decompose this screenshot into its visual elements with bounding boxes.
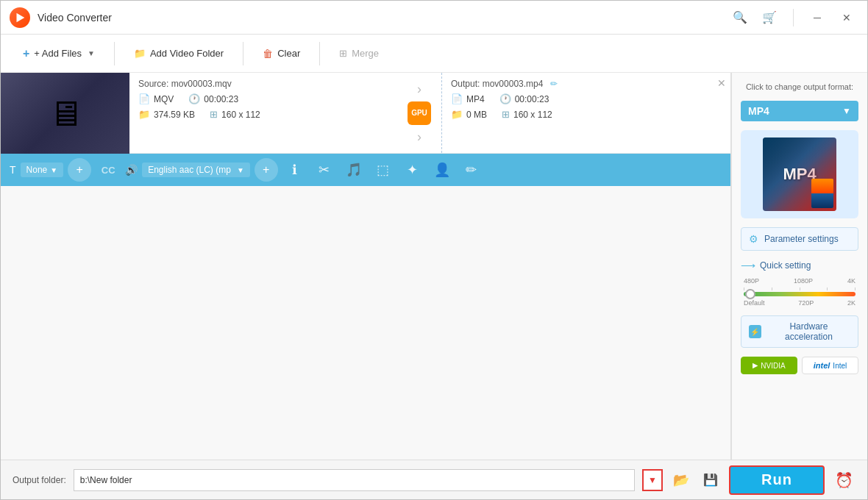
- hardware-acceleration-button[interactable]: ⚡ Hardware acceleration: [741, 315, 858, 348]
- convert-arrows: › GPU ›: [397, 73, 441, 153]
- open-folder-button[interactable]: 📂: [670, 469, 692, 491]
- nvidia-label: NVIDIA: [761, 362, 785, 370]
- toolbar-sep-2: [243, 42, 243, 65]
- monitor-icon: 🖥: [48, 93, 83, 134]
- add-video-folder-button[interactable]: 📁 Add Video Folder: [124, 43, 234, 63]
- quality-slider-track[interactable]: [744, 292, 855, 296]
- cart-button[interactable]: 🛒: [758, 6, 781, 29]
- label-default: Default: [744, 299, 765, 307]
- output-format: MP4: [466, 94, 485, 104]
- resolution-icon: ⊞: [210, 109, 218, 120]
- clear-button[interactable]: 🗑 Clear: [252, 43, 310, 64]
- arrow-right-2: ›: [417, 129, 421, 145]
- file-thumbnail: 🖥: [1, 73, 129, 154]
- output-folder-icon: 📁: [451, 109, 463, 120]
- output-clock-icon: 🕐: [499, 93, 511, 104]
- watermark-button[interactable]: 👤: [430, 157, 455, 182]
- output-dropdown-button[interactable]: ▼: [642, 469, 663, 491]
- subtitle-value: None: [26, 165, 48, 175]
- action-bar: T None ▼ + CC 🔊 English aac (LC) (mp ▼ +…: [1, 154, 730, 186]
- source-duration: 00:00:23: [204, 94, 238, 104]
- svg-marker-0: [17, 12, 25, 22]
- quick-setting-text: Quick setting: [760, 260, 811, 271]
- search-button[interactable]: 🔍: [728, 6, 752, 29]
- audio-icon: 🔊: [125, 164, 138, 176]
- quality-slider-container: 480P 1080P 4K Defaul: [741, 277, 858, 307]
- label-4k: 4K: [847, 277, 855, 285]
- tick-1: [744, 288, 744, 290]
- quick-setting-section: ⟶ Quick setting 480P 1080P 4K: [741, 260, 858, 307]
- output-res-item: ⊞ 160 x 112: [502, 109, 552, 120]
- toolbar: + + Add Files ▼ 📁 Add Video Folder 🗑 Cle…: [1, 35, 867, 73]
- add-files-arrow: ▼: [88, 49, 95, 57]
- tick-marks: [744, 288, 855, 290]
- label-1080p: 1080P: [794, 277, 813, 285]
- param-icon: ⚙: [749, 233, 758, 245]
- add-subtitle-button[interactable]: +: [68, 158, 91, 182]
- audio-edit-button[interactable]: 🎵: [341, 157, 366, 182]
- label-720p: 720P: [798, 299, 814, 307]
- format-selected: MP4: [748, 105, 769, 117]
- nvidia-icon: ▶: [753, 362, 758, 369]
- merge-icon: ⊞: [339, 48, 347, 59]
- output-resolution: 160 x 112: [513, 110, 552, 120]
- audio-dropdown[interactable]: English aac (LC) (mp ▼: [142, 162, 250, 177]
- output-duration: 00:00:23: [515, 94, 549, 104]
- intel-label: Intel: [833, 362, 847, 370]
- arrow-right-1: ›: [417, 82, 421, 97]
- output-format-icon: 📄: [451, 93, 463, 104]
- edit-icon[interactable]: ✏: [550, 79, 558, 89]
- output-info: Output: mov00003.mp4 ✏ 📄 MP4 🕐 00:00:23: [441, 73, 710, 153]
- quality-labels-top: 480P 1080P 4K: [744, 277, 855, 285]
- output-path-input[interactable]: [74, 469, 635, 491]
- right-panel: Click to change output format: MP4 ▼ MP4…: [731, 73, 867, 460]
- cut-button[interactable]: ✂: [312, 157, 337, 182]
- left-panel: 🖥 Source: mov00003.mqv 📄 MQV 🕐 00:00:23: [1, 73, 731, 460]
- source-label: Source: mov00003.mqv: [138, 79, 388, 89]
- cc-button[interactable]: CC: [96, 157, 121, 182]
- subtitle-dropdown[interactable]: None ▼: [21, 162, 64, 177]
- quick-setting-label: ⟶ Quick setting: [741, 260, 858, 271]
- add-audio-button[interactable]: +: [255, 158, 278, 182]
- param-settings-label: Parameter settings: [764, 234, 839, 244]
- source-format-item: 📄 MQV: [138, 93, 174, 104]
- source-info: Source: mov00003.mqv 📄 MQV 🕐 00:00:23: [129, 73, 397, 153]
- add-files-label: + Add Files: [34, 48, 82, 59]
- window-controls: 🔍 🛒 ─ ✕: [728, 6, 858, 29]
- enhance-button[interactable]: ✦: [400, 157, 425, 182]
- intel-button[interactable]: intel Intel: [802, 357, 858, 374]
- parameter-settings-button[interactable]: ⚙ Parameter settings: [741, 227, 858, 251]
- quality-slider-thumb[interactable]: [745, 289, 755, 299]
- subtitle-icon: T: [10, 164, 16, 176]
- app-logo: [10, 7, 30, 28]
- tick-2: [772, 288, 772, 290]
- minimize-button[interactable]: ─: [805, 7, 829, 28]
- close-button[interactable]: ✕: [835, 7, 858, 28]
- nvidia-button[interactable]: ▶ NVIDIA: [741, 357, 797, 374]
- add-files-button[interactable]: + + Add Files ▼: [13, 43, 105, 65]
- quality-labels-bottom: Default 720P 2K: [744, 299, 855, 307]
- label-480p: 480P: [744, 277, 759, 285]
- toolbar-sep-3: [319, 42, 320, 65]
- save-path-button[interactable]: 💾: [700, 469, 722, 491]
- run-button[interactable]: Run: [729, 465, 825, 495]
- hw-accel-icon: ⚡: [749, 325, 761, 338]
- file-close-button[interactable]: ✕: [717, 77, 726, 89]
- run-label: Run: [761, 471, 792, 488]
- source-size-item: 📁 374.59 KB: [138, 109, 195, 120]
- merge-button[interactable]: ⊞ Merge: [329, 43, 389, 63]
- add-folder-label: Add Video Folder: [150, 48, 224, 59]
- folder-icon: 📁: [134, 48, 146, 59]
- work-area: [1, 186, 730, 460]
- crop-button[interactable]: ⬚: [371, 157, 396, 182]
- tick-3: [800, 288, 800, 290]
- subtitle-edit-button[interactable]: ✏: [459, 157, 484, 182]
- main-content: 🖥 Source: mov00003.mqv 📄 MQV 🕐 00:00:23: [1, 73, 867, 460]
- info-button[interactable]: ℹ: [282, 157, 307, 182]
- file-close-area: ✕: [710, 73, 730, 153]
- format-selector[interactable]: MP4 ▼: [741, 101, 858, 121]
- output-format-item: 📄 MP4: [451, 93, 485, 104]
- quick-setting-icon: ⟶: [741, 260, 755, 271]
- alarm-button[interactable]: ⏰: [832, 468, 855, 492]
- output-folder-label: Output folder:: [13, 475, 66, 485]
